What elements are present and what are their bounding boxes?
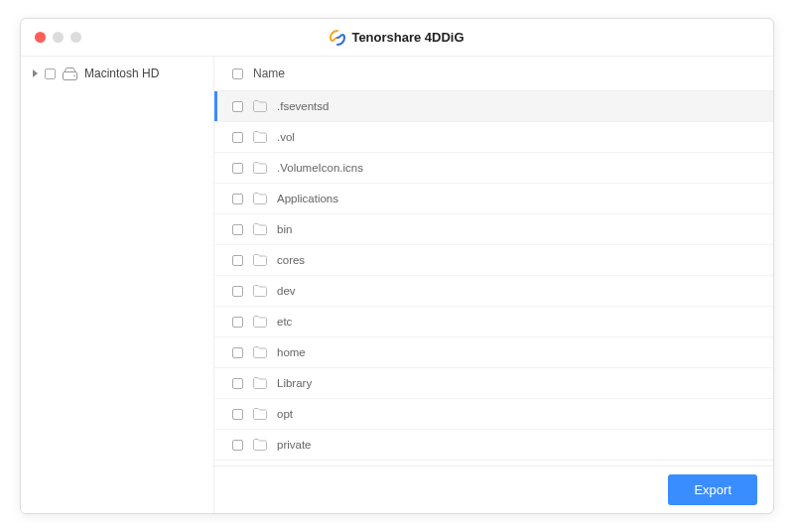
file-list[interactable]: .fseventsd.vol.VolumeIcon.icnsApplicatio… xyxy=(214,91,773,466)
row-checkbox[interactable] xyxy=(232,409,243,420)
table-row[interactable]: Applications xyxy=(214,184,773,214)
app-title: Tenorshare 4DDiG xyxy=(351,30,463,45)
table-row[interactable]: Library xyxy=(214,368,773,399)
window-controls xyxy=(21,32,81,43)
row-name: Library xyxy=(277,377,312,389)
folder-icon xyxy=(253,285,267,297)
row-name: dev xyxy=(277,285,296,297)
row-name: .vol xyxy=(277,131,295,143)
row-name: home xyxy=(277,346,306,358)
row-name: .VolumeIcon.icns xyxy=(277,162,363,174)
table-row[interactable]: bin xyxy=(214,214,773,245)
app-window: Tenorshare 4DDiG Macintosh HD xyxy=(20,18,774,514)
row-name: private xyxy=(277,439,312,451)
export-button[interactable]: Export xyxy=(668,474,757,505)
body: Macintosh HD Name .fseventsd.vol.VolumeI… xyxy=(21,57,773,513)
title-area: Tenorshare 4DDiG xyxy=(21,30,773,46)
row-checkbox[interactable] xyxy=(232,101,243,112)
row-checkbox[interactable] xyxy=(232,347,243,358)
row-checkbox[interactable] xyxy=(232,194,243,204)
app-logo-icon xyxy=(330,30,345,46)
table-row[interactable]: dev xyxy=(214,276,773,307)
svg-point-1 xyxy=(73,74,75,76)
table-row[interactable]: etc xyxy=(214,307,773,337)
disk-checkbox[interactable] xyxy=(45,68,56,79)
row-checkbox[interactable] xyxy=(232,132,243,143)
row-name: opt xyxy=(277,408,293,420)
maximize-window-icon[interactable] xyxy=(70,32,81,43)
disk-icon xyxy=(63,67,77,80)
row-name: Applications xyxy=(277,193,338,204)
close-window-icon[interactable] xyxy=(35,32,46,43)
titlebar: Tenorshare 4DDiG xyxy=(21,19,773,57)
row-name: cores xyxy=(277,254,305,266)
table-row[interactable]: .fseventsd xyxy=(214,91,773,122)
sidebar: Macintosh HD xyxy=(21,57,214,513)
row-name: bin xyxy=(277,223,292,235)
row-name: etc xyxy=(277,316,292,328)
footer: Export xyxy=(214,466,773,513)
folder-icon xyxy=(253,377,267,389)
row-checkbox[interactable] xyxy=(232,163,243,174)
table-row[interactable]: cores xyxy=(214,245,773,276)
folder-icon xyxy=(253,223,267,235)
row-checkbox[interactable] xyxy=(232,224,243,235)
table-row[interactable]: sbin xyxy=(214,461,773,466)
select-all-checkbox[interactable] xyxy=(232,68,243,79)
folder-icon xyxy=(253,346,267,358)
table-row[interactable]: opt xyxy=(214,399,773,430)
table-row[interactable]: .vol xyxy=(214,122,773,153)
minimize-window-icon[interactable] xyxy=(53,32,64,43)
table-row[interactable]: home xyxy=(214,337,773,368)
sidebar-item-label: Macintosh HD xyxy=(84,66,159,80)
chevron-right-icon[interactable] xyxy=(33,69,38,77)
table-row[interactable]: private xyxy=(214,430,773,461)
row-checkbox[interactable] xyxy=(232,378,243,389)
list-header: Name xyxy=(214,57,773,91)
row-checkbox[interactable] xyxy=(232,317,243,328)
row-name: .fseventsd xyxy=(277,100,329,112)
folder-icon xyxy=(253,162,267,174)
folder-icon xyxy=(253,131,267,143)
column-header-name: Name xyxy=(253,66,285,80)
folder-icon xyxy=(253,254,267,266)
sidebar-item-disk[interactable]: Macintosh HD xyxy=(21,57,213,90)
folder-icon xyxy=(253,100,267,112)
folder-icon xyxy=(253,316,267,328)
table-row[interactable]: .VolumeIcon.icns xyxy=(214,153,773,184)
folder-icon xyxy=(253,439,267,451)
row-checkbox[interactable] xyxy=(232,440,243,451)
row-checkbox[interactable] xyxy=(232,255,243,266)
folder-icon xyxy=(253,408,267,420)
row-checkbox[interactable] xyxy=(232,286,243,297)
main-panel: Name .fseventsd.vol.VolumeIcon.icnsAppli… xyxy=(214,57,773,513)
folder-icon xyxy=(253,193,267,204)
